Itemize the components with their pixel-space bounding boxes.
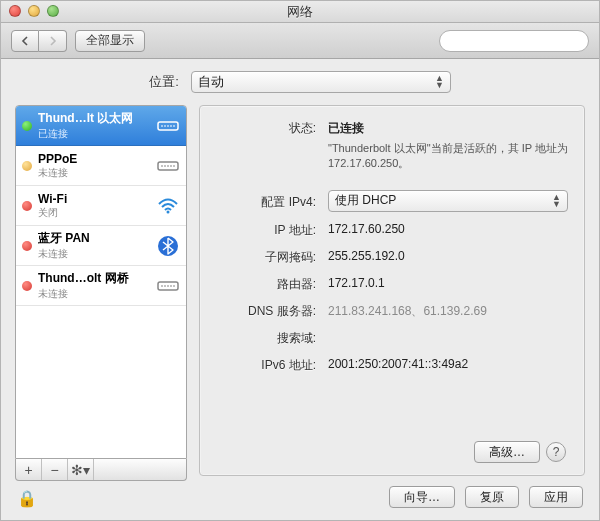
sidebar: Thund…lt 以太网 已连接 PPPoE 未连接 [15,105,187,459]
dns-row: DNS 服务器: 211.83.241.168、61.139.2.69 [216,299,568,320]
toolbar: 全部显示 [1,23,599,59]
close-icon[interactable] [9,5,21,17]
ethernet-icon [156,154,180,178]
router-value: 172.17.0.1 [328,272,568,290]
revert-button[interactable]: 复原 [465,486,519,508]
svg-point-4 [167,210,170,213]
status-dot-icon [22,161,32,171]
gear-menu-button[interactable]: ✻▾ [68,459,94,480]
lock-icon[interactable]: 🔒 [15,489,187,508]
searchdomain-label: 搜索域: [216,326,316,347]
search-field[interactable] [450,33,600,49]
mask-row: 子网掩码: 255.255.192.0 [216,245,568,266]
ethernet-icon [156,274,180,298]
details-panel: 状态: 已连接 "Thunderbolt 以太网"当前是活跃的，其 IP 地址为… [199,105,585,476]
ipv6-value: 2001:250:2007:41::3:49a2 [328,353,568,371]
searchdomain-row: 搜索域: [216,326,568,347]
status-value: 已连接 [328,116,568,137]
ipv6-row: IPv6 地址: 2001:250:2007:41::3:49a2 [216,353,568,374]
gear-icon: ✻▾ [71,462,90,478]
sidebar-item-thunderbolt-ethernet[interactable]: Thund…lt 以太网 已连接 [16,106,186,146]
window-title: 网络 [287,3,313,21]
sidebar-item-pppoe[interactable]: PPPoE 未连接 [16,146,186,186]
location-row: 位置: 自动 ▲▼ [15,67,585,97]
sidebar-item-text: PPPoE 未连接 [38,152,150,180]
sidebar-item-thunderbolt-bridge[interactable]: Thund…olt 网桥 未连接 [16,266,186,306]
sidebar-item-sub: 关闭 [38,206,150,220]
sidebar-action-bar: + − ✻▾ [15,459,187,481]
sidebar-item-text: Thund…lt 以太网 已连接 [38,110,150,141]
advanced-row: 高级… ? [216,437,568,465]
status-dot-icon [22,241,32,251]
revert-label: 复原 [480,490,504,504]
minimize-icon[interactable] [28,5,40,17]
dns-value: 211.83.241.168、61.139.2.69 [328,299,568,320]
config-label: 配置 IPv4: [216,190,316,211]
wifi-icon [156,194,180,218]
router-label: 路由器: [216,272,316,293]
status-label: 状态: [216,116,316,137]
ip-row: IP 地址: 172.17.60.250 [216,218,568,239]
bluetooth-icon [156,234,180,258]
chevron-up-down-icon: ▲▼ [435,75,444,89]
sidebar-item-text: Wi-Fi 关闭 [38,192,150,220]
config-row: 配置 IPv4: 使用 DHCP ▲▼ [216,190,568,212]
advanced-label: 高级… [489,445,525,459]
sidebar-item-sub: 未连接 [38,247,150,261]
status-dot-icon [22,281,32,291]
sidebar-item-name: Thund…lt 以太网 [38,110,150,127]
location-label: 位置: [149,73,179,91]
back-button[interactable] [11,30,39,52]
network-preferences-window: 网络 全部显示 位置: 自动 ▲▼ [0,0,600,521]
traffic-lights [9,5,59,17]
config-value: 使用 DHCP [335,192,552,209]
location-popup[interactable]: 自动 ▲▼ [191,71,451,93]
status-desc: "Thunderbolt 以太网"当前是活跃的，其 IP 地址为 172.17.… [328,141,568,172]
sidebar-item-name: PPPoE [38,152,150,166]
config-ipv4-popup[interactable]: 使用 DHCP ▲▼ [328,190,568,212]
content: 位置: 自动 ▲▼ Thund…lt 以太网 已连接 [1,59,599,520]
sidebar-item-bluetooth-pan[interactable]: 蓝牙 PAN 未连接 [16,226,186,266]
apply-label: 应用 [544,490,568,504]
footer: 向导… 复原 应用 [199,484,585,508]
chevron-up-down-icon: ▲▼ [552,194,561,208]
add-interface-button[interactable]: + [16,459,42,480]
searchdomain-value [328,326,568,330]
mask-value: 255.255.192.0 [328,245,568,263]
show-all-label: 全部显示 [86,32,134,49]
help-button[interactable]: ? [546,442,566,462]
mask-label: 子网掩码: [216,245,316,266]
plus-icon: + [24,462,32,478]
advanced-button[interactable]: 高级… [474,441,540,463]
minus-icon: − [50,462,58,478]
ip-value: 172.17.60.250 [328,218,568,236]
body: Thund…lt 以太网 已连接 PPPoE 未连接 [15,105,585,508]
ipv6-label: IPv6 地址: [216,353,316,374]
sidebar-item-name: Thund…olt 网桥 [38,270,150,287]
router-row: 路由器: 172.17.0.1 [216,272,568,293]
status-dot-icon [22,121,32,131]
sidebar-item-sub: 未连接 [38,166,150,180]
sidebar-item-wifi[interactable]: Wi-Fi 关闭 [16,186,186,226]
location-value: 自动 [198,73,435,91]
ip-label: IP 地址: [216,218,316,239]
titlebar: 网络 [1,1,599,23]
dns-label: DNS 服务器: [216,299,316,320]
sidebar-item-text: Thund…olt 网桥 未连接 [38,270,150,301]
sidebar-wrap: Thund…lt 以太网 已连接 PPPoE 未连接 [15,105,187,508]
search-input[interactable] [439,30,589,52]
status-dot-icon [22,201,32,211]
sidebar-item-sub: 未连接 [38,287,150,301]
apply-button[interactable]: 应用 [529,486,583,508]
forward-button[interactable] [39,30,67,52]
status-row: 状态: 已连接 "Thunderbolt 以太网"当前是活跃的，其 IP 地址为… [216,116,568,172]
sidebar-item-name: Wi-Fi [38,192,150,206]
nav-segment [11,30,67,52]
sidebar-item-sub: 已连接 [38,127,150,141]
wizard-label: 向导… [404,490,440,504]
remove-interface-button[interactable]: − [42,459,68,480]
show-all-button[interactable]: 全部显示 [75,30,145,52]
zoom-icon[interactable] [47,5,59,17]
sidebar-item-name: 蓝牙 PAN [38,230,150,247]
wizard-button[interactable]: 向导… [389,486,455,508]
